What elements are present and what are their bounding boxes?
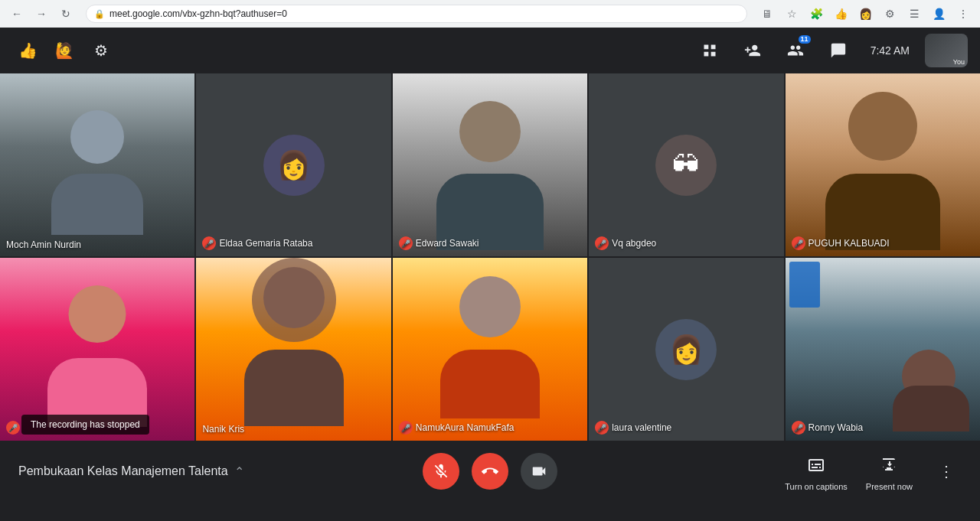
camera-icon [531, 463, 547, 480]
participant-name-label: Vq abgdeo [612, 238, 656, 249]
more-options-button[interactable]: ⋮ [931, 456, 962, 487]
participant-name-10: 🎤 Ronny Wabia [792, 421, 864, 435]
video-tile-6[interactable]: 🎤 The recording has stopped [0, 258, 194, 441]
bookmark-icon[interactable]: ☆ [781, 3, 802, 24]
notification-bar: The recording has stopped [21, 415, 149, 435]
participant-count-badge: 11 [799, 35, 811, 44]
present-button[interactable]: Present now [866, 451, 913, 491]
extension-icon[interactable]: 🧩 [805, 3, 827, 24]
more-icon: ⋮ [939, 462, 954, 480]
participant-name-2: 🎤 Eldaa Gemaria Rataba [202, 236, 312, 250]
meet-header: 👍 🙋 ⚙ 11 7:42 [0, 28, 980, 73]
mute-button[interactable] [423, 453, 459, 490]
profile-btn[interactable]: 👤 [928, 3, 949, 24]
bottom-bar: Pembukaan Kelas Manajemen Talenta ⌃ [0, 441, 980, 502]
profile-ext-icon[interactable]: 👩 [854, 3, 876, 24]
video-tile-10[interactable]: 🎤 Ronny Wabia [786, 258, 980, 441]
bottom-right-controls: Turn on captions Present now ⋮ [785, 451, 962, 491]
people-icon [787, 42, 804, 59]
avatar-9: 👩 [655, 319, 717, 380]
participant-name-label: Ronny Wabia [808, 422, 864, 433]
tab-manager-icon[interactable]: ☰ [903, 3, 925, 24]
captions-icon [807, 456, 825, 474]
participant-name-5: 🎤 PUGUH KALBUADI [792, 236, 890, 250]
chevron-up-icon[interactable]: ⌃ [234, 464, 244, 479]
raise-hand-icon: 🙋 [55, 41, 74, 60]
participant-name-label: laura valentine [612, 422, 671, 433]
participant-name-label: Edward Sawaki [416, 238, 479, 249]
video-tile-8[interactable]: 🎤 NamukAura NamukFafa [393, 258, 587, 441]
video-tile-4[interactable]: 🕶 🎤 Vq abgdeo [589, 73, 783, 256]
time-display: 7:42 AM [871, 44, 910, 57]
participants-btn[interactable]: 11 [779, 34, 812, 67]
end-call-icon [482, 463, 498, 480]
header-left: 👍 🙋 ⚙ [12, 35, 116, 66]
present-icon-wrap [875, 451, 903, 479]
participant-name-3: 🎤 Edward Sawaki [399, 236, 479, 250]
participant-name-label: NamukAura NamukFafa [416, 422, 514, 433]
thumbs-up-ext-icon[interactable]: 👍 [830, 3, 851, 24]
browser-actions: 🖥 ☆ 🧩 👍 👩 ⚙ ☰ 👤 ⋮ [756, 3, 974, 24]
end-call-button[interactable] [472, 453, 508, 490]
grid-icon [702, 43, 717, 58]
forward-button[interactable]: → [31, 3, 52, 24]
mute-badge-3: 🎤 [399, 236, 413, 250]
participant-name-9: 🎤 laura valentine [595, 421, 671, 435]
chrome-menu-icon[interactable]: ⋮ [952, 3, 974, 24]
settings-icon: ⚙ [94, 41, 108, 60]
video-tile-5[interactable]: 🎤 PUGUH KALBUADI [786, 73, 980, 256]
lock-icon: 🔒 [94, 9, 105, 19]
settings-btn[interactable]: ⚙ [86, 35, 116, 66]
video-tile-1[interactable]: Moch Amin Nurdin [0, 73, 194, 256]
participant-name-label: PUGUH KALBUADI [808, 238, 890, 249]
screenshare-icon[interactable]: 🖥 [756, 3, 778, 24]
participant-name-8: 🎤 NamukAura NamukFafa [399, 421, 514, 435]
video-tile-9[interactable]: 👩 🎤 laura valentine [589, 258, 783, 441]
participant-name-1: Moch Amin Nurdin [6, 239, 81, 250]
participant-name-7: Nanik Kris [202, 424, 244, 435]
reload-button[interactable]: ↻ [55, 3, 77, 24]
video-tile-3[interactable]: 🎤 Edward Sawaki [393, 73, 587, 256]
chat-icon [830, 42, 847, 59]
captions-icon-wrap [802, 451, 830, 479]
header-right: 11 7:42 AM You [693, 34, 968, 67]
participant-name-4: 🎤 Vq abgdeo [595, 236, 656, 250]
captions-button[interactable]: Turn on captions [785, 451, 848, 491]
meeting-title-text: Pembukaan Kelas Manajemen Talenta [18, 464, 228, 478]
raise-hand-btn[interactable]: 🙋 [49, 35, 80, 66]
add-person-btn[interactable] [736, 34, 769, 67]
url-text: meet.google.com/vbx-gzhn-bqt?authuser=0 [109, 8, 287, 19]
video-grid: Moch Amin Nurdin 👩 🎤 Eldaa Gemaria Ratab… [0, 73, 980, 441]
avatar-2: 👩 [263, 135, 325, 196]
mute-badge-2: 🎤 [202, 236, 216, 250]
mic-off-icon [433, 463, 449, 480]
address-bar[interactable]: 🔒 meet.google.com/vbx-gzhn-bqt?authuser=… [86, 5, 747, 23]
mute-badge-10: 🎤 [792, 421, 805, 435]
bottom-controls [423, 453, 557, 490]
chrome-settings-icon[interactable]: ⚙ [879, 3, 900, 24]
grid-view-btn[interactable] [693, 34, 727, 67]
participant-name-label: Moch Amin Nurdin [6, 239, 81, 250]
back-button[interactable]: ← [6, 3, 28, 24]
chat-btn[interactable] [822, 34, 855, 67]
thumbs-up-btn[interactable]: 👍 [12, 35, 43, 66]
meeting-title-section: Pembukaan Kelas Manajemen Talenta ⌃ [18, 464, 244, 479]
present-label: Present now [866, 482, 913, 491]
captions-label: Turn on captions [785, 482, 848, 491]
add-person-icon [744, 42, 761, 59]
mute-badge-4: 🎤 [595, 236, 609, 250]
self-label: You [953, 58, 965, 66]
present-icon [880, 456, 898, 474]
browser-chrome: ← → ↻ 🔒 meet.google.com/vbx-gzhn-bqt?aut… [0, 0, 980, 28]
self-video-thumbnail[interactable]: You [925, 34, 968, 67]
mute-badge-9: 🎤 [595, 421, 609, 435]
avatar-4: 🕶 [655, 135, 717, 196]
mute-badge-5: 🎤 [792, 236, 805, 250]
participant-name-label: Eldaa Gemaria Rataba [219, 238, 312, 249]
camera-button[interactable] [521, 453, 557, 490]
thumbs-up-icon: 👍 [18, 41, 38, 60]
video-tile-2[interactable]: 👩 🎤 Eldaa Gemaria Rataba [196, 73, 390, 256]
mute-badge-6: 🎤 [6, 421, 20, 435]
video-tile-7[interactable]: Nanik Kris [196, 258, 390, 441]
participant-name-label: Nanik Kris [202, 424, 244, 435]
